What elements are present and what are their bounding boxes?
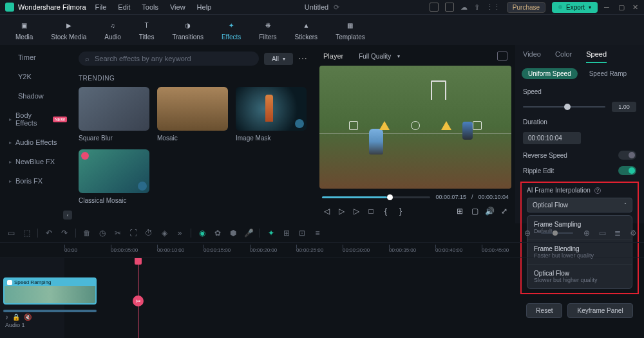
crop-button[interactable]: ⛶	[129, 229, 138, 238]
redo-button[interactable]: ↷	[60, 229, 69, 238]
group-button[interactable]: ⊞	[282, 229, 291, 238]
settings-button[interactable]: ⚙	[629, 229, 638, 238]
color-button[interactable]: ◈	[160, 229, 169, 238]
effect-card[interactable]: Mosaic	[157, 87, 228, 142]
zoom-out-button[interactable]: ⊖	[523, 229, 532, 238]
reverse-toggle[interactable]	[618, 151, 636, 160]
search-input[interactable]: ⌕ Search effects by any keyword	[79, 52, 259, 66]
cat-timer[interactable]: Timer	[4, 49, 72, 66]
zoom-slider[interactable]	[541, 232, 573, 234]
fullscreen-button[interactable]: ⤢	[500, 207, 509, 216]
menu-file[interactable]: File	[95, 3, 107, 11]
lock-icon[interactable]: 🔒	[12, 314, 20, 321]
tool-media[interactable]: ▣Media	[6, 19, 42, 41]
prev-frame-button[interactable]: ◁	[322, 207, 331, 216]
auto-button[interactable]: ⊡	[298, 229, 307, 238]
stop-button[interactable]: □	[366, 207, 375, 216]
scrubber[interactable]	[322, 196, 430, 198]
tool-stickers[interactable]: ▲Stickers	[286, 19, 327, 41]
effect-card[interactable]: Image Mask	[236, 87, 307, 142]
mark-in-button[interactable]: {	[381, 207, 390, 216]
minimize-button[interactable]: ─	[604, 3, 612, 11]
duration-input[interactable]: 00:00:10:04	[523, 132, 581, 144]
ratio-button[interactable]: ⊞	[455, 207, 464, 216]
tool-stock-media[interactable]: ▶Stock Media	[42, 19, 95, 41]
tool-templates[interactable]: ▦Templates	[327, 19, 374, 41]
mask-button[interactable]: ⬢	[229, 229, 238, 238]
cloud-icon[interactable]: ☁	[460, 3, 468, 12]
camera-button[interactable]: ▢	[470, 207, 479, 216]
mute-icon[interactable]: 🔇	[24, 314, 32, 321]
tracks-button[interactable]: ≣	[613, 229, 622, 238]
fit-button[interactable]: ▭	[598, 229, 607, 238]
play-button[interactable]: ▷	[337, 207, 346, 216]
maximize-button[interactable]: ▢	[618, 3, 626, 11]
menu-help[interactable]: Help	[197, 3, 212, 11]
zoom-in-button[interactable]: ⊕	[582, 229, 591, 238]
more-button[interactable]: »	[175, 229, 184, 238]
sync-icon[interactable]: ⟳	[334, 3, 339, 12]
effect-card[interactable]: Classical Mosaic	[79, 149, 149, 204]
upload-icon[interactable]: ⇧	[474, 3, 480, 12]
cat-audio-effects[interactable]: ▸Audio Effects	[4, 134, 72, 151]
quality-dropdown[interactable]: Full Quality▾	[359, 53, 400, 60]
cat-newblue[interactable]: ▸NewBlue FX	[4, 153, 72, 170]
menu-view[interactable]: View	[170, 3, 185, 11]
info-icon[interactable]: ?	[594, 187, 601, 194]
app-logo: Wondershare Filmora	[5, 3, 86, 12]
timer-button[interactable]: ◷	[98, 229, 107, 238]
tool-transitions[interactable]: ◑Transitions	[163, 19, 213, 41]
delete-button[interactable]: 🗑	[82, 229, 91, 238]
speed-button[interactable]: ⏱	[144, 229, 153, 238]
apps-icon[interactable]: ⋮⋮	[486, 3, 500, 12]
next-frame-button[interactable]: ▷	[352, 207, 361, 216]
tool-audio[interactable]: ♫Audio	[95, 19, 130, 41]
cat-boris[interactable]: ▸Boris FX	[4, 173, 72, 189]
speed-value[interactable]: 1.00	[612, 102, 636, 112]
cat-shadow[interactable]: Shadow	[4, 88, 72, 104]
cat-y2k[interactable]: Y2K	[4, 68, 72, 85]
record-icon[interactable]	[445, 3, 454, 12]
split-button[interactable]: ✂	[113, 229, 122, 238]
playhead[interactable]: ✂	[138, 258, 138, 338]
ripple-toggle[interactable]	[618, 166, 636, 175]
purchase-button[interactable]: Purchase	[507, 2, 545, 13]
menu-edit[interactable]: Edit	[118, 3, 130, 11]
mark-out-button[interactable]: }	[396, 207, 405, 216]
tool-effects[interactable]: ✦Effects	[213, 19, 250, 41]
player-viewport[interactable]	[319, 66, 511, 189]
video-clip[interactable]: Speed Ramping	[3, 277, 97, 305]
collapse-sidebar-button[interactable]: ‹	[63, 211, 72, 220]
close-button[interactable]: ✕	[632, 3, 640, 11]
tab-color[interactable]: Color	[555, 50, 572, 63]
menu-tools[interactable]: Tools	[142, 3, 158, 11]
pointer-tool[interactable]: ▭	[6, 229, 15, 238]
cat-body-effects[interactable]: ▸Body EffectsNEW	[4, 107, 72, 131]
tool-titles[interactable]: TTitles	[130, 19, 164, 41]
subtab-uniform-speed[interactable]: Uniform Speed	[522, 68, 578, 79]
mic-button[interactable]: 🎤	[244, 229, 253, 238]
export-button[interactable]: Export ▾	[552, 2, 598, 13]
mixer-button[interactable]: ≡	[313, 229, 322, 238]
split-icon[interactable]: ✂	[133, 296, 144, 306]
ai-button[interactable]: ◉	[198, 229, 207, 238]
undo-button[interactable]: ↶	[44, 229, 53, 238]
volume-button[interactable]: 🔊	[485, 207, 494, 216]
layout-icon[interactable]	[430, 3, 439, 12]
interpolation-dropdown[interactable]: Optical Flow ˄	[527, 198, 632, 212]
snapshot-button[interactable]	[497, 52, 507, 61]
player-tab[interactable]: Player	[323, 52, 343, 60]
more-menu[interactable]: ⋯	[298, 53, 308, 64]
speed-slider[interactable]	[523, 106, 605, 108]
chroma-button[interactable]: ✿	[213, 229, 222, 238]
marker-button[interactable]: ✦	[267, 229, 276, 238]
tab-speed[interactable]: Speed	[586, 50, 607, 63]
tool-filters[interactable]: ❋Filters	[250, 19, 285, 41]
effect-card[interactable]: Square Blur	[79, 87, 149, 142]
select-tool[interactable]: ⬚	[22, 229, 31, 238]
ruler[interactable]: 00:00 00:00:05:00 00:00:10:00 00:00:15:0…	[0, 243, 644, 258]
tab-video[interactable]: Video	[523, 50, 541, 63]
filter-dropdown[interactable]: All▾	[264, 53, 293, 65]
audio-waveform[interactable]	[3, 310, 97, 312]
subtab-speed-ramp[interactable]: Speed Ramp	[583, 68, 633, 79]
